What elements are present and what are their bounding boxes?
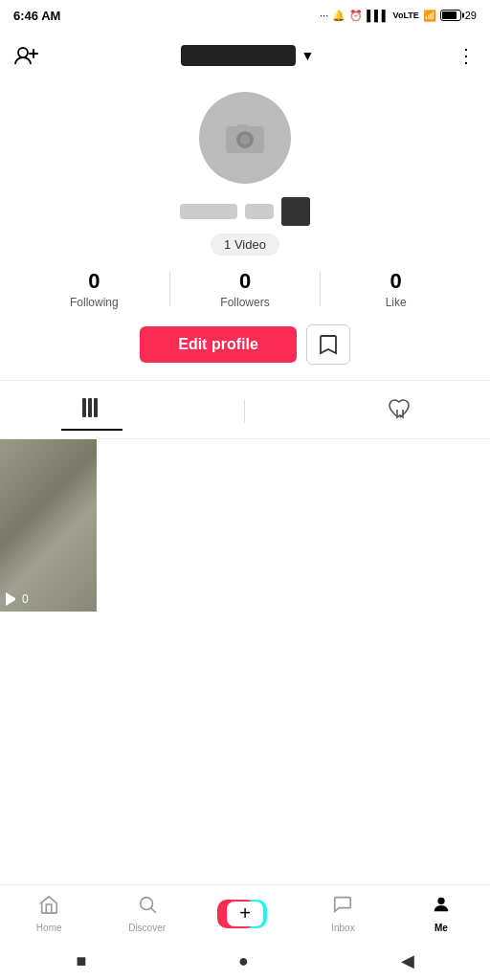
svg-line-11 [151, 908, 155, 912]
play-icon [6, 592, 19, 606]
video-grid: 0 [0, 439, 490, 612]
following-count: 0 [88, 269, 100, 294]
discover-icon [137, 894, 158, 921]
username-area[interactable]: ▼ [181, 45, 315, 66]
content-tabs [0, 381, 490, 439]
video-thumbnail[interactable]: 0 [0, 439, 97, 612]
inbox-icon [332, 894, 353, 921]
username-bar [181, 45, 296, 66]
likes-count: 0 [390, 269, 402, 294]
add-user-button[interactable] [13, 45, 38, 66]
svg-rect-8 [88, 398, 92, 417]
nav-me[interactable]: Me [392, 894, 490, 933]
me-icon [431, 894, 452, 921]
video-count-badge: 1 Video [211, 234, 279, 256]
following-stat[interactable]: 0 Following [19, 269, 169, 309]
status-icons: ··· 🔔 ⏰ ▌▌▌ VoLTE 📶 29 [320, 10, 477, 22]
avatar [199, 92, 291, 184]
bottom-nav: Home Discover + Inbox Me [0, 884, 490, 942]
top-bar: ▼ ⋮ [0, 31, 490, 80]
likes-stat[interactable]: 0 Like [321, 269, 471, 309]
wifi-icon: 📶 [423, 10, 436, 22]
android-back-button[interactable]: ◀ [401, 950, 414, 971]
android-home-button[interactable]: ● [238, 951, 249, 971]
bookmark-button[interactable] [306, 324, 350, 365]
video-thumb-image [0, 439, 97, 612]
heart-bookmark-icon [387, 397, 410, 420]
tab-grid[interactable] [61, 392, 122, 431]
video-play-overlay: 0 [6, 592, 29, 606]
alarm-icon: ⏰ [349, 10, 363, 22]
edit-profile-button[interactable]: Edit profile [140, 326, 297, 363]
android-recents-button[interactable]: ■ [76, 951, 86, 971]
status-bar: 6:46 AM ··· 🔔 ⏰ ▌▌▌ VoLTE 📶 29 [0, 0, 490, 31]
add-button-container[interactable]: + [196, 900, 294, 928]
nav-discover[interactable]: Discover [98, 894, 195, 933]
svg-point-12 [437, 898, 444, 904]
camera-icon [222, 115, 268, 161]
followers-count: 0 [239, 269, 251, 294]
status-time: 6:46 AM [13, 9, 60, 23]
followers-stat[interactable]: 0 Followers [170, 269, 321, 309]
mute-icon: 🔔 [332, 10, 345, 22]
add-icon: + [227, 902, 263, 926]
signal-icon: ··· [320, 10, 328, 21]
tab-liked[interactable] [368, 393, 429, 430]
followers-label: Followers [220, 296, 269, 309]
discover-label: Discover [128, 923, 166, 933]
android-nav: ■ ● ◀ [0, 942, 490, 980]
svg-rect-7 [82, 398, 86, 417]
nav-inbox[interactable]: Inbox [294, 894, 391, 933]
name-block-3 [281, 197, 310, 226]
inbox-label: Inbox [331, 923, 354, 933]
svg-rect-6 [237, 124, 247, 129]
stats-row: 0 Following 0 Followers 0 Like [0, 269, 490, 309]
signal-bars-icon: ▌▌▌ [367, 10, 389, 21]
action-row: Edit profile [121, 324, 369, 365]
battery-level: 29 [465, 10, 477, 21]
video-view-count: 0 [22, 592, 29, 606]
home-label: Home [36, 923, 62, 933]
grid-icon [80, 396, 103, 419]
nav-home[interactable]: Home [0, 894, 98, 933]
chevron-down-icon: ▼ [301, 48, 315, 63]
tab-divider [244, 400, 245, 423]
add-button[interactable]: + [223, 900, 267, 928]
name-block-1 [180, 204, 237, 219]
lte-icon: VoLTE [393, 11, 419, 20]
svg-point-0 [18, 48, 28, 57]
svg-rect-9 [94, 398, 98, 417]
svg-point-5 [240, 135, 250, 145]
likes-label: Like [386, 296, 407, 309]
bookmark-icon [319, 334, 338, 355]
following-label: Following [70, 296, 119, 309]
name-row [180, 197, 310, 226]
home-icon [38, 894, 59, 921]
battery-icon [440, 10, 461, 21]
me-label: Me [434, 923, 448, 933]
profile-section: 1 Video 0 Following 0 Followers 0 Like E… [0, 80, 490, 380]
more-options-button[interactable]: ⋮ [457, 44, 477, 67]
name-block-2 [245, 204, 274, 219]
add-user-icon [13, 45, 38, 66]
